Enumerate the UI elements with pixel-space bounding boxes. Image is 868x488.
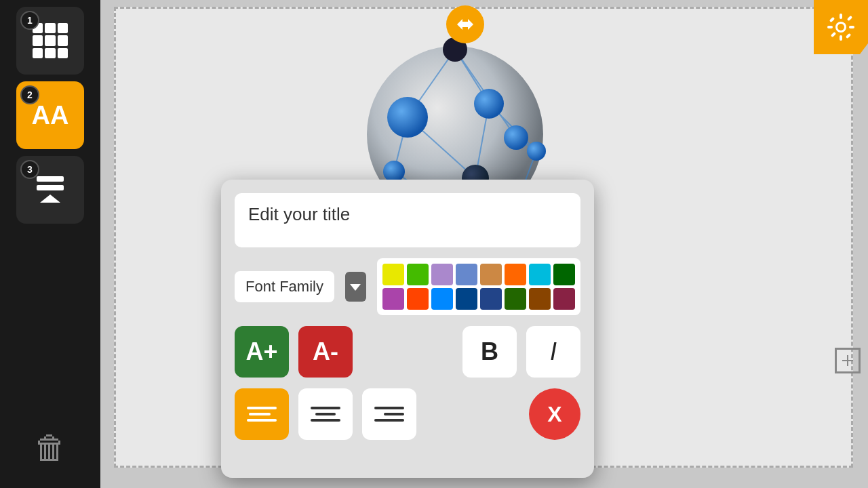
svg-point-27 xyxy=(387,97,428,138)
svg-rect-8 xyxy=(849,26,854,28)
align-left-button[interactable] xyxy=(235,388,289,440)
font-row: Font Family xyxy=(235,258,580,315)
btn3-badge: 3 xyxy=(20,160,39,179)
font-family-dropdown[interactable]: Font Family xyxy=(235,271,334,302)
close-button[interactable]: X xyxy=(529,388,580,440)
color-swatch-navy[interactable] xyxy=(480,288,502,310)
gear-icon xyxy=(826,12,856,42)
color-swatch-green[interactable] xyxy=(407,264,429,285)
svg-rect-12 xyxy=(847,16,852,21)
svg-rect-10 xyxy=(846,33,851,39)
grid-icon xyxy=(33,23,68,58)
color-swatch-darkblue[interactable] xyxy=(456,288,477,310)
svg-point-29 xyxy=(504,125,528,150)
color-swatch-lightblue[interactable] xyxy=(431,288,453,310)
svg-rect-7 xyxy=(827,26,833,28)
dropdown-arrow[interactable] xyxy=(345,272,366,302)
color-swatch-darkgreen[interactable] xyxy=(553,264,575,285)
color-swatch-purple[interactable] xyxy=(431,264,453,285)
svg-point-30 xyxy=(527,142,546,161)
trash-icon: 🗑 xyxy=(34,429,66,466)
bold-button[interactable]: B xyxy=(462,326,517,378)
color-swatch-red[interactable] xyxy=(407,288,429,310)
svg-rect-11 xyxy=(831,32,836,37)
resize-handle[interactable] xyxy=(446,5,484,43)
svg-rect-5 xyxy=(840,14,842,19)
aa-icon: AA xyxy=(32,101,69,130)
color-swatch-forest[interactable] xyxy=(505,288,526,310)
color-swatch-orange[interactable] xyxy=(505,264,526,285)
color-swatch-brown[interactable] xyxy=(529,288,551,310)
resize-icon xyxy=(454,14,476,35)
color-swatch-cyan[interactable] xyxy=(529,264,551,285)
svg-rect-9 xyxy=(829,17,835,22)
font-size-increase-button[interactable]: A+ xyxy=(235,326,289,378)
font-editor-popup: Edit your title Font Family xyxy=(221,180,594,478)
color-swatch-magenta[interactable] xyxy=(382,288,404,310)
svg-marker-2 xyxy=(40,195,60,203)
svg-rect-0 xyxy=(37,176,64,182)
color-swatch-blue[interactable] xyxy=(456,264,477,285)
sidebar-btn-import[interactable]: 3 xyxy=(16,156,84,224)
color-swatch-yellow[interactable] xyxy=(382,264,404,285)
svg-rect-1 xyxy=(37,185,64,190)
import-icon xyxy=(33,173,67,207)
sidebar-btn-text[interactable]: 2 AA xyxy=(16,81,84,149)
color-palette xyxy=(377,258,580,315)
align-center-button[interactable] xyxy=(298,388,353,440)
color-swatch-tan[interactable] xyxy=(480,264,502,285)
title-input-text: Edit your title xyxy=(248,204,350,224)
close-label: X xyxy=(547,402,561,427)
canvas-area: r title actory Edit your title Font Fami… xyxy=(100,0,868,488)
svg-point-4 xyxy=(837,24,844,30)
svg-point-28 xyxy=(474,89,504,119)
font-size-decrease-button[interactable]: A- xyxy=(298,326,353,378)
svg-rect-6 xyxy=(840,35,842,41)
title-input[interactable]: Edit your title xyxy=(235,193,580,247)
italic-button[interactable]: I xyxy=(526,326,580,378)
size-row: A+ A- B I xyxy=(235,326,580,378)
trash-button[interactable]: 🗑 xyxy=(16,420,84,474)
btn2-badge: 2 xyxy=(20,85,39,104)
corner-handle-tr[interactable] xyxy=(835,348,861,373)
color-swatch-maroon[interactable] xyxy=(553,288,575,310)
sidebar-btn-grid[interactable]: 1 xyxy=(16,7,84,75)
align-row: X xyxy=(235,388,580,440)
sidebar: 1 2 AA 3 🗑 xyxy=(0,0,100,488)
settings-button[interactable] xyxy=(814,0,868,54)
btn1-badge: 1 xyxy=(20,11,39,30)
align-right-button[interactable] xyxy=(362,388,416,440)
font-family-label: Font Family xyxy=(245,278,323,296)
